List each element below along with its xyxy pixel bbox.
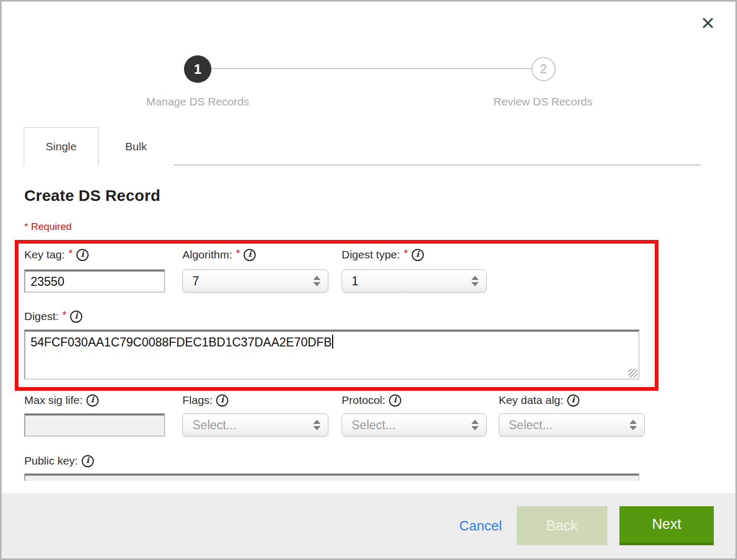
select-arrows-icon (471, 276, 479, 286)
info-icon[interactable]: i (567, 394, 579, 407)
required-asterisk: * (69, 247, 73, 259)
public-key-textarea[interactable] (24, 474, 639, 481)
protocol-label: Protocol: i (342, 394, 401, 407)
info-icon[interactable]: i (76, 249, 89, 261)
stepper-connector-line (211, 68, 533, 69)
max-sig-life-label: Max sig life: i (24, 394, 99, 407)
select-arrows-icon (629, 420, 637, 430)
digest-type-select-value: 1 (352, 274, 358, 288)
info-icon[interactable]: i (70, 311, 82, 323)
algorithm-label: Algorithm: * i (182, 248, 256, 261)
flags-label-text: Flags: (182, 394, 212, 407)
tabbar-bottom-border (99, 165, 701, 166)
digest-type-label: Digest type: * i (342, 248, 424, 261)
step-circle-2: 2 (531, 57, 556, 81)
key-data-alg-select[interactable]: Select... (499, 413, 645, 437)
algorithm-select[interactable]: 7 (182, 269, 328, 293)
info-icon[interactable]: i (82, 455, 94, 467)
required-asterisk: * (404, 247, 408, 259)
required-asterisk: * (62, 309, 66, 321)
digest-type-select[interactable]: 1 (342, 269, 487, 293)
info-icon[interactable]: i (244, 249, 256, 261)
select-arrows-icon (313, 420, 321, 430)
public-key-label: Public key: i (24, 455, 94, 467)
protocol-select[interactable]: Select... (342, 413, 487, 437)
protocol-label-text: Protocol: (342, 394, 385, 407)
tab-bulk[interactable]: Bulk (99, 127, 173, 166)
create-ds-record-modal: ✕ 1 2 Manage DS Records Review DS Record… (0, 0, 737, 560)
resize-grip-icon[interactable] (628, 369, 637, 378)
public-key-label-text: Public key: (24, 455, 78, 467)
back-button[interactable]: Back (517, 506, 607, 545)
info-icon[interactable]: i (389, 394, 401, 407)
page-title: Create DS Record (24, 187, 160, 205)
select-arrows-icon (313, 276, 321, 286)
info-icon[interactable]: i (216, 394, 228, 407)
close-icon[interactable]: ✕ (701, 14, 716, 32)
key-data-alg-select-value: Select... (509, 418, 552, 432)
text-cursor (332, 335, 333, 349)
tab-single[interactable]: Single (24, 127, 99, 166)
digest-textarea[interactable]: 54FCF030AA1C79C0088FDEC1BD1C37DAA2E70DFB (24, 330, 639, 380)
key-data-alg-label-text: Key data alg: (499, 394, 564, 407)
algorithm-label-text: Algorithm: (182, 248, 232, 261)
algorithm-select-value: 7 (192, 274, 199, 288)
max-sig-life-label-text: Max sig life: (24, 394, 83, 407)
flags-select-value: Select... (192, 418, 236, 432)
key-tag-label: Key tag: * i (24, 248, 89, 261)
required-note: * Required (24, 221, 72, 233)
cancel-link[interactable]: Cancel (459, 518, 502, 534)
flags-label: Flags: i (182, 394, 228, 407)
required-asterisk: * (236, 247, 240, 259)
step-label-review-ds-records: Review DS Records (459, 95, 627, 108)
digest-type-label-text: Digest type: (342, 248, 400, 261)
next-button[interactable]: Next (619, 506, 714, 545)
digest-value: 54FCF030AA1C79C0088FDEC1BD1C37DAA2E70DFB (31, 335, 332, 349)
info-icon[interactable]: i (86, 394, 99, 407)
flags-select[interactable]: Select... (182, 413, 328, 437)
digest-label: Digest: * i (24, 310, 82, 323)
key-data-alg-label: Key data alg: i (499, 394, 579, 407)
key-tag-input[interactable] (24, 269, 165, 293)
protocol-select-value: Select... (352, 418, 395, 432)
step-label-manage-ds-records: Manage DS Records (113, 95, 282, 108)
modal-footer: Cancel Back Next (2, 493, 735, 558)
key-tag-label-text: Key tag: (24, 248, 65, 261)
max-sig-life-input[interactable] (24, 413, 165, 437)
select-arrows-icon (471, 420, 479, 430)
info-icon[interactable]: i (412, 249, 424, 261)
step-circle-1: 1 (184, 55, 211, 83)
digest-label-text: Digest: (24, 310, 59, 323)
